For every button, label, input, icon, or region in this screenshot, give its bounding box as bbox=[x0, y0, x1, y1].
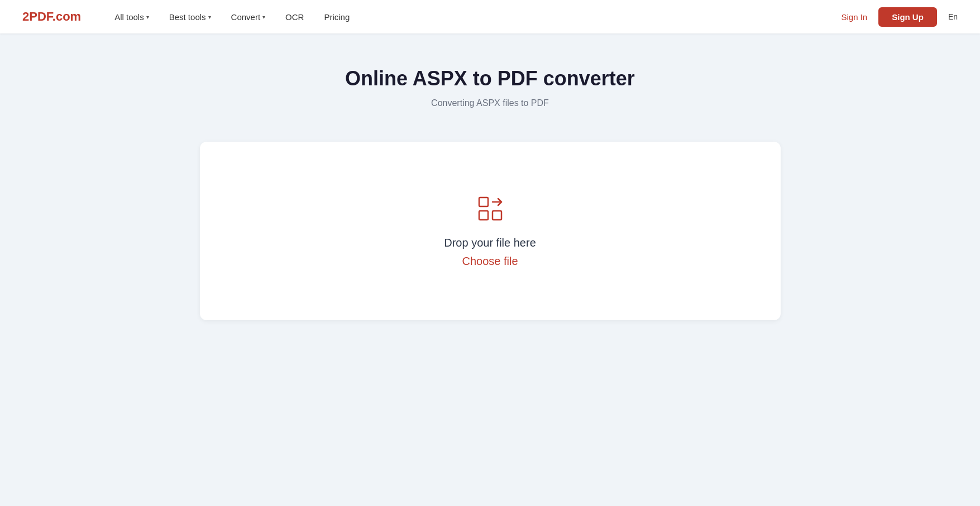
chevron-down-icon: ▾ bbox=[146, 14, 149, 20]
nav-item-pricing-label: Pricing bbox=[324, 12, 350, 22]
nav-right: Sign In Sign Up En bbox=[842, 7, 958, 27]
drop-text: Drop your file here bbox=[444, 237, 536, 249]
page-title: Online ASPX to PDF converter bbox=[345, 67, 635, 90]
nav-item-all-tools-label: All tools bbox=[114, 12, 144, 22]
upload-icon bbox=[476, 194, 505, 225]
nav-item-convert[interactable]: Convert ▾ bbox=[231, 12, 266, 22]
chevron-down-icon: ▾ bbox=[262, 14, 265, 20]
svg-rect-0 bbox=[479, 197, 488, 206]
file-convert-icon bbox=[476, 194, 505, 223]
choose-file-link[interactable]: Choose file bbox=[462, 255, 518, 268]
main-nav: All tools ▾ Best tools ▾ Convert ▾ OCR P… bbox=[114, 12, 841, 22]
page-subtitle: Converting ASPX files to PDF bbox=[431, 98, 549, 108]
language-selector[interactable]: En bbox=[948, 12, 958, 21]
nav-item-best-tools-label: Best tools bbox=[169, 12, 206, 22]
sign-up-button[interactable]: Sign Up bbox=[878, 7, 937, 27]
sign-in-button[interactable]: Sign In bbox=[842, 12, 868, 22]
nav-item-best-tools[interactable]: Best tools ▾ bbox=[169, 12, 211, 22]
svg-rect-1 bbox=[479, 211, 488, 220]
chevron-down-icon: ▾ bbox=[208, 14, 211, 20]
nav-item-convert-label: Convert bbox=[231, 12, 261, 22]
drop-zone-card[interactable]: Drop your file here Choose file bbox=[200, 142, 781, 320]
nav-item-pricing[interactable]: Pricing bbox=[324, 12, 350, 22]
nav-item-all-tools[interactable]: All tools ▾ bbox=[114, 12, 149, 22]
site-header: 2PDF.com All tools ▾ Best tools ▾ Conver… bbox=[0, 0, 980, 33]
main-content: Online ASPX to PDF converter Converting … bbox=[0, 33, 980, 506]
nav-item-ocr[interactable]: OCR bbox=[285, 12, 304, 22]
site-logo[interactable]: 2PDF.com bbox=[22, 9, 81, 24]
svg-rect-2 bbox=[493, 211, 501, 220]
nav-item-ocr-label: OCR bbox=[285, 12, 304, 22]
